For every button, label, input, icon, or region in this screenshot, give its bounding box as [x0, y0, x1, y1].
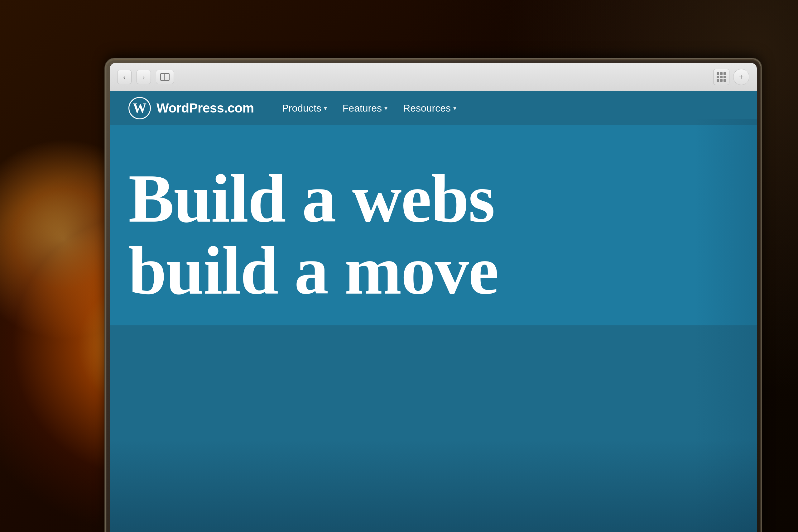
wp-logo-letter: W: [133, 101, 147, 115]
nav-resources-label: Resources: [403, 102, 451, 114]
forward-icon: ›: [142, 72, 145, 82]
sidebar-toggle-icon: [160, 73, 170, 81]
bottom-vignette: [110, 439, 757, 532]
forward-button[interactable]: ›: [136, 70, 151, 84]
products-chevron-icon: ▾: [324, 104, 327, 112]
nav-item-products[interactable]: Products ▾: [282, 102, 327, 114]
wordpress-navbar: W WordPress.com Products ▾ Features ▾ Re…: [110, 91, 757, 125]
nav-item-features[interactable]: Features ▾: [343, 102, 387, 114]
wp-site-name: WordPress.com: [156, 101, 254, 116]
device-frame: ‹ › +: [106, 59, 761, 532]
plus-icon: +: [739, 72, 744, 82]
nav-features-label: Features: [343, 102, 382, 114]
back-icon: ‹: [123, 72, 126, 82]
sidebar-toggle-button[interactable]: [156, 70, 174, 84]
wp-nav-links: Products ▾ Features ▾ Resources ▾: [282, 102, 457, 114]
wp-logo-area: W WordPress.com: [129, 97, 254, 119]
hero-line-2: build a move: [129, 235, 738, 307]
resources-chevron-icon: ▾: [453, 104, 456, 112]
website-content: W WordPress.com Products ▾ Features ▾ Re…: [110, 91, 757, 532]
back-button[interactable]: ‹: [117, 70, 132, 84]
nav-item-resources[interactable]: Resources ▾: [403, 102, 456, 114]
features-chevron-icon: ▾: [384, 104, 387, 112]
grid-view-button[interactable]: [713, 69, 729, 85]
grid-icon: [717, 72, 726, 82]
browser-chrome: ‹ › +: [110, 63, 757, 91]
nav-products-label: Products: [282, 102, 321, 114]
wp-logo-circle: W: [129, 97, 151, 119]
new-tab-button[interactable]: +: [733, 69, 749, 85]
hero-line-1: Build a webs: [129, 163, 738, 235]
browser-right-controls: +: [713, 69, 749, 85]
wp-hero-section: Build a webs build a move: [110, 125, 757, 325]
device-screen: ‹ › +: [110, 63, 757, 532]
